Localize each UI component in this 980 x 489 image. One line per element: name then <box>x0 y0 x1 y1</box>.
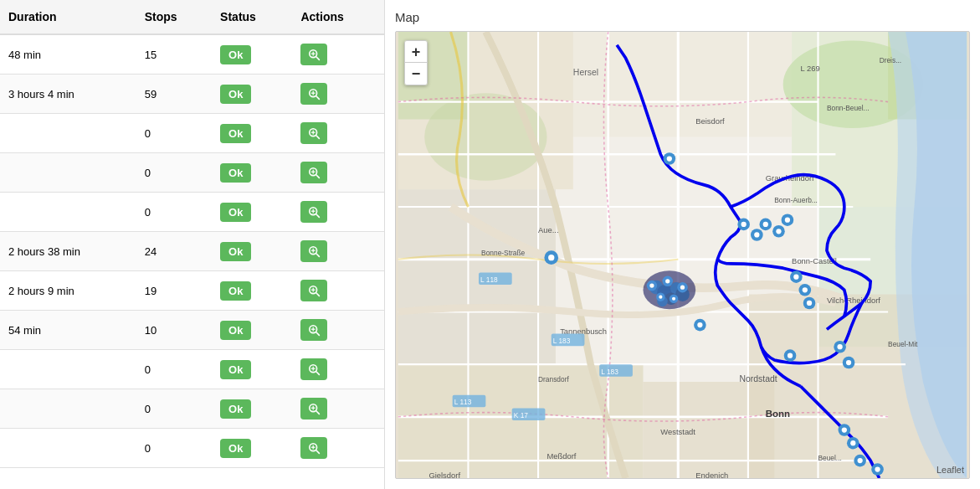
svg-line-25 <box>316 293 320 296</box>
cell-duration: 48 min <box>0 34 136 75</box>
cell-stops: 59 <box>136 75 212 114</box>
view-on-map-button[interactable] <box>300 358 327 380</box>
cell-stops: 24 <box>136 232 212 271</box>
view-on-map-button[interactable] <box>300 162 327 183</box>
svg-text:Endenich: Endenich <box>695 471 728 478</box>
cell-stops: 0 <box>136 389 212 429</box>
view-on-map-button[interactable] <box>300 280 327 301</box>
svg-text:Aue...: Aue... <box>538 225 559 234</box>
status-ok-button[interactable]: Ok <box>220 124 251 143</box>
status-ok-button[interactable]: Ok <box>220 203 251 222</box>
view-on-map-button[interactable] <box>300 437 327 459</box>
cell-status: Ok <box>212 75 292 114</box>
col-header-stops: Stops <box>136 0 212 34</box>
status-ok-button[interactable]: Ok <box>220 163 251 183</box>
svg-text:Nordstadt: Nordstadt <box>739 374 777 383</box>
svg-line-29 <box>316 332 320 336</box>
svg-text:Gielsdorf: Gielsdorf <box>428 471 460 478</box>
svg-point-140 <box>837 344 842 349</box>
map-container[interactable]: + − <box>395 31 970 479</box>
cell-duration: 2 hours 9 min <box>0 271 136 311</box>
view-on-map-button[interactable] <box>300 44 327 65</box>
cell-actions <box>292 429 384 468</box>
svg-point-128 <box>776 229 781 234</box>
zoom-in-button[interactable]: + <box>405 41 427 63</box>
map-svg: Hersel L 269 Dreis... Bonn-Beuel... Beis… <box>396 32 969 478</box>
svg-text:Bonne-Straße: Bonne-Straße <box>481 249 525 257</box>
col-header-actions: Actions <box>292 0 384 34</box>
svg-point-144 <box>842 427 847 432</box>
svg-point-110 <box>649 283 654 287</box>
view-on-map-button[interactable] <box>300 319 327 341</box>
svg-line-37 <box>316 411 320 414</box>
view-on-map-button[interactable] <box>300 240 327 262</box>
svg-point-132 <box>793 274 798 279</box>
cell-duration: 54 min <box>0 311 136 350</box>
cell-stops: 0 <box>136 153 212 193</box>
svg-point-152 <box>548 255 554 260</box>
status-ok-button[interactable]: Ok <box>220 85 251 104</box>
svg-point-118 <box>659 296 662 299</box>
cell-actions <box>292 193 384 232</box>
table-row: 0Ok <box>0 153 384 193</box>
svg-text:K 17: K 17 <box>514 411 529 420</box>
svg-point-124 <box>754 232 759 237</box>
cell-actions <box>292 114 384 153</box>
svg-point-122 <box>741 222 747 227</box>
cell-status: Ok <box>212 34 292 75</box>
svg-point-136 <box>807 301 812 306</box>
cell-status: Ok <box>212 153 292 193</box>
svg-rect-47 <box>398 189 556 364</box>
svg-text:Hersel: Hersel <box>573 68 598 77</box>
cell-status: Ok <box>212 114 292 153</box>
svg-text:L 269: L 269 <box>801 64 820 73</box>
svg-point-112 <box>665 279 670 283</box>
svg-text:Dreis...: Dreis... <box>880 56 901 64</box>
status-ok-button[interactable]: Ok <box>220 439 251 458</box>
svg-point-120 <box>667 156 672 161</box>
cell-duration <box>0 193 136 232</box>
cell-duration: 2 hours 38 min <box>0 232 136 271</box>
svg-point-142 <box>846 360 851 365</box>
cell-status: Ok <box>212 350 292 389</box>
svg-point-130 <box>785 218 790 223</box>
svg-text:Bonn-Beuel...: Bonn-Beuel... <box>827 104 870 112</box>
table-row: 54 min10Ok <box>0 311 384 350</box>
status-ok-button[interactable]: Ok <box>220 45 251 64</box>
status-ok-button[interactable]: Ok <box>220 242 251 261</box>
cell-status: Ok <box>212 429 292 468</box>
svg-point-154 <box>697 322 702 327</box>
cell-stops: 0 <box>136 193 212 232</box>
table-row: 0Ok <box>0 114 384 153</box>
svg-line-5 <box>316 96 320 100</box>
cell-status: Ok <box>212 311 292 350</box>
status-ok-button[interactable]: Ok <box>220 360 251 379</box>
svg-rect-46 <box>573 32 792 136</box>
cell-actions <box>292 75 384 114</box>
map-zoom-controls: + − <box>404 40 428 85</box>
cell-actions <box>292 271 384 311</box>
svg-line-41 <box>316 450 320 454</box>
cell-status: Ok <box>212 271 292 311</box>
map-panel: Map + − <box>385 0 980 489</box>
cell-stops: 10 <box>136 311 212 350</box>
status-ok-button[interactable]: Ok <box>220 399 251 419</box>
cell-stops: 15 <box>136 34 212 75</box>
svg-text:Bonn: Bonn <box>766 409 790 419</box>
svg-text:Meßdorf: Meßdorf <box>547 451 577 461</box>
view-on-map-button[interactable] <box>300 83 327 105</box>
cell-status: Ok <box>212 193 292 232</box>
zoom-out-button[interactable]: − <box>405 63 427 85</box>
cell-stops: 0 <box>136 114 212 153</box>
view-on-map-button[interactable] <box>300 398 327 420</box>
view-on-map-button[interactable] <box>300 201 327 223</box>
cell-stops: 0 <box>136 429 212 468</box>
view-on-map-button[interactable] <box>300 122 327 144</box>
cell-actions <box>292 232 384 271</box>
status-ok-button[interactable]: Ok <box>220 321 251 340</box>
table-row: 2 hours 9 min19Ok <box>0 271 384 311</box>
svg-text:L 113: L 113 <box>454 398 472 406</box>
svg-line-21 <box>316 254 320 257</box>
svg-text:Dransdorf: Dransdorf <box>538 375 569 383</box>
status-ok-button[interactable]: Ok <box>220 281 251 301</box>
